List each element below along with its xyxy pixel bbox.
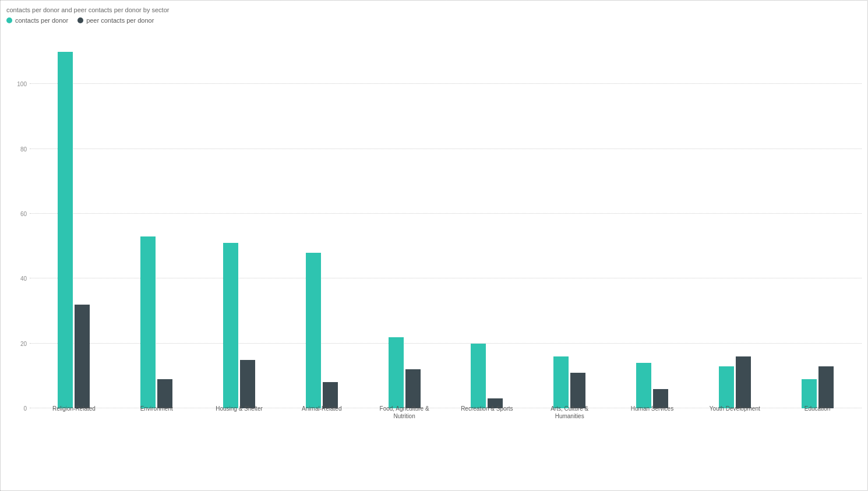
x-labels: Religion-RelatedEnvironmentHousing & She… xyxy=(30,402,862,432)
y-tick: 80 xyxy=(20,146,27,152)
bar-teal xyxy=(140,236,156,408)
bar-group xyxy=(280,30,363,408)
dark-dot xyxy=(77,17,83,23)
bar-group xyxy=(363,30,446,408)
bars-area xyxy=(30,30,862,408)
y-tick: 0 xyxy=(23,405,27,412)
y-tick: 40 xyxy=(20,275,27,282)
bar-teal xyxy=(223,243,238,408)
plot-area: Religion-RelatedEnvironmentHousing & She… xyxy=(30,30,862,432)
bar-dark xyxy=(240,360,255,408)
bar-group xyxy=(33,30,115,408)
legend-item-dark: peer contacts per donor xyxy=(77,17,154,24)
chart-title: contacts per donor and peer contacts per… xyxy=(6,6,862,13)
bar-group xyxy=(198,30,281,408)
bar-group xyxy=(776,30,859,408)
legend: contacts per donor peer contacts per don… xyxy=(6,17,862,24)
bar-teal xyxy=(636,363,651,408)
y-tick: 100 xyxy=(17,81,27,87)
y-tick: 20 xyxy=(20,340,27,347)
legend-label-dark: peer contacts per donor xyxy=(86,17,154,24)
bar-teal xyxy=(471,344,486,408)
x-label: Education xyxy=(776,402,859,432)
x-label: Environment xyxy=(115,402,198,432)
chart-container: contacts per donor and peer contacts per… xyxy=(0,0,868,491)
bar-group xyxy=(693,30,776,408)
bar-dark xyxy=(736,356,751,408)
legend-label-teal: contacts per donor xyxy=(15,17,68,24)
y-axis: 020406080100 xyxy=(6,30,30,432)
x-label: Human Services xyxy=(611,402,694,432)
x-label: Housing & Shelter xyxy=(198,402,281,432)
bar-group xyxy=(611,30,694,408)
bar-group xyxy=(115,30,198,408)
x-label: Animal-Related xyxy=(280,402,363,432)
bar-dark xyxy=(75,305,90,408)
x-label: Arts, Culture &Humanities xyxy=(528,402,611,432)
x-label: Recreation & Sports xyxy=(446,402,528,432)
y-tick: 60 xyxy=(20,211,27,217)
bar-group xyxy=(528,30,611,408)
chart-area: 020406080100 Religion-RelatedEnvironment… xyxy=(6,30,862,449)
legend-item-teal: contacts per donor xyxy=(6,17,68,24)
bar-teal xyxy=(389,337,404,408)
bar-teal xyxy=(553,356,569,408)
x-label: Food, Agriculture &Nutrition xyxy=(363,402,446,432)
x-label: Religion-Related xyxy=(33,402,115,432)
bar-teal xyxy=(306,253,321,408)
bar-teal xyxy=(58,52,73,408)
x-label: Youth Development xyxy=(693,402,776,432)
teal-dot xyxy=(6,17,12,23)
bar-group xyxy=(446,30,528,408)
